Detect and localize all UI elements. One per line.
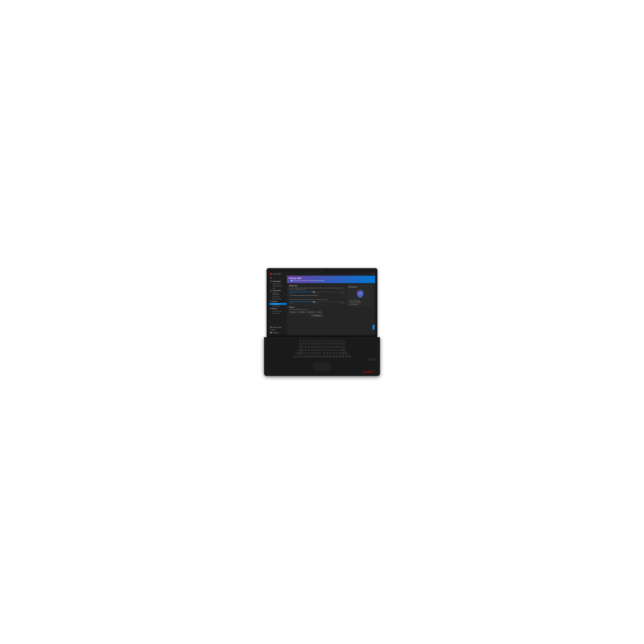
key-alt-left[interactable]: Alt xyxy=(303,355,306,358)
key-1[interactable]: 1 xyxy=(302,342,305,345)
key-0[interactable]: 0 xyxy=(331,342,334,345)
key-s[interactable]: S xyxy=(308,349,311,351)
key-f7[interactable]: F7 xyxy=(318,340,320,342)
touchpad[interactable] xyxy=(313,362,331,371)
sidebar-item-low-light[interactable]: Low-light Enhancer xyxy=(269,285,287,287)
sidebar-item-privacy-guard[interactable]: Privacy Guard xyxy=(269,305,287,307)
key-h[interactable]: H xyxy=(321,349,323,351)
key-d[interactable]: D xyxy=(311,349,314,351)
sidebar-item-eye-wellness[interactable]: Eye Wellness xyxy=(269,312,287,314)
key-right[interactable]: → xyxy=(374,358,377,361)
snooze-btn-30min[interactable]: 30 MINUTES xyxy=(307,311,315,313)
key-left[interactable]: ← xyxy=(367,358,370,361)
key-f2[interactable]: F2 xyxy=(305,340,307,342)
sidebar-item-auto-framing[interactable]: Auto Framing xyxy=(269,296,287,298)
key-f8[interactable]: F8 xyxy=(321,340,323,342)
sidebar-item-privacy-alert[interactable]: Privacy Alert xyxy=(269,303,286,305)
key-f12[interactable]: F12 xyxy=(332,340,334,342)
key-f5[interactable]: F5 xyxy=(313,340,315,342)
key-enter[interactable]: Enter xyxy=(340,349,346,351)
key-ctrl-left[interactable]: Ctrl xyxy=(296,355,299,358)
key-f[interactable]: F xyxy=(314,349,317,351)
key-f9[interactable]: F9 xyxy=(324,340,326,342)
key-ctrl-right[interactable]: Ctrl xyxy=(338,355,341,358)
key-o[interactable]: O xyxy=(330,345,332,348)
maximize-button[interactable]: □ xyxy=(370,273,371,275)
key-3[interactable]: 3 xyxy=(308,342,311,345)
key-alt-right[interactable]: Alt xyxy=(332,355,335,358)
key-tab[interactable]: Tab xyxy=(299,345,303,348)
sidebar-item-about[interactable]: ℹ About xyxy=(269,329,287,331)
key-p[interactable]: P xyxy=(333,345,336,348)
key-m[interactable]: M xyxy=(326,352,329,355)
privacy-alert-toggle[interactable] xyxy=(289,280,293,282)
key-a[interactable]: A xyxy=(304,349,307,351)
key-i[interactable]: I xyxy=(326,345,329,348)
key-period[interactable]: . xyxy=(333,352,335,355)
key-fn[interactable]: Fn xyxy=(293,355,296,358)
key-f10[interactable]: F10 xyxy=(326,340,329,342)
key-t[interactable]: T xyxy=(317,345,320,348)
key-capslock[interactable]: Caps xyxy=(298,349,304,351)
key-backtick[interactable]: ` xyxy=(299,342,302,345)
key-w[interactable]: W xyxy=(307,345,310,348)
key-5[interactable]: 5 xyxy=(315,342,318,345)
key-slash[interactable]: / xyxy=(336,352,339,355)
key-f1[interactable]: F1 xyxy=(302,340,304,342)
key-f11[interactable]: F11 xyxy=(329,340,331,342)
key-f6[interactable]: F6 xyxy=(315,340,318,342)
key-backspace[interactable]: ← xyxy=(341,342,345,345)
key-delete[interactable]: Del xyxy=(342,340,345,342)
key-j[interactable]: J xyxy=(324,349,327,351)
key-minus[interactable]: - xyxy=(334,342,337,345)
minimize-button[interactable]: – xyxy=(367,273,369,275)
key-comma[interactable]: , xyxy=(329,352,332,355)
key-l[interactable]: L xyxy=(330,349,333,351)
snooze-btn-15min[interactable]: 15 MINUTES xyxy=(298,311,306,313)
key-2[interactable]: 2 xyxy=(305,342,308,345)
key-win[interactable]: ⊞ xyxy=(299,355,302,358)
key-n[interactable]: N xyxy=(323,352,326,355)
key-9[interactable]: 9 xyxy=(328,342,331,345)
sidebar-item-posture-warning[interactable]: Posture Warning xyxy=(269,310,287,312)
key-f4[interactable]: F4 xyxy=(310,340,312,342)
key-7[interactable]: 7 xyxy=(321,342,324,345)
snooze-btn-5min[interactable]: 5 MINUTES xyxy=(289,311,297,313)
sidebar-item-battery-settings[interactable]: 🔋 Battery Settings xyxy=(269,326,287,329)
key-down[interactable]: ↓ xyxy=(371,358,373,361)
trackpad-left-btn[interactable] xyxy=(313,371,322,373)
trackpad-right-btn[interactable] xyxy=(322,371,331,373)
key-v[interactable]: V xyxy=(315,352,318,355)
key-shift-left[interactable]: Shift xyxy=(296,352,305,355)
sidebar-item-feedback[interactable]: 💬 Feedback xyxy=(269,331,287,334)
snooze-action-button[interactable]: SNOOZE xyxy=(311,314,323,317)
key-space[interactable] xyxy=(306,355,332,358)
key-6[interactable]: 6 xyxy=(318,342,321,345)
key-x[interactable]: X xyxy=(309,352,311,355)
key-pgup[interactable]: PgUp xyxy=(342,355,345,358)
key-prtsc[interactable]: PrtSc xyxy=(335,355,338,358)
key-e[interactable]: E xyxy=(310,345,313,348)
key-semicolon[interactable]: ; xyxy=(333,349,336,351)
key-g[interactable]: G xyxy=(317,349,320,351)
key-end[interactable]: End xyxy=(337,340,339,342)
key-backslash[interactable]: \ xyxy=(342,345,345,348)
after-onlooker-slider[interactable]: 1 second 5 seconds 10 seconds xyxy=(289,302,345,304)
display-time-slider[interactable]: 1 second 5 seconds 10 seconds xyxy=(289,292,345,294)
key-insert[interactable]: Ins xyxy=(340,340,342,342)
key-b-left[interactable]: B xyxy=(318,352,321,355)
key-f3[interactable]: F3 xyxy=(307,340,310,342)
key-pgdn[interactable]: PgDn xyxy=(348,355,351,358)
snooze-btn-1hr[interactable]: 1 HOUR xyxy=(316,311,322,313)
key-y[interactable]: Y xyxy=(320,345,323,348)
key-quote[interactable]: ' xyxy=(337,349,340,351)
hamburger-menu[interactable]: ☰ xyxy=(269,276,287,279)
key-u[interactable]: U xyxy=(323,345,326,348)
sidebar-item-video-enhancer[interactable]: Video Enhancer xyxy=(269,283,287,285)
key-q[interactable]: Q xyxy=(304,345,307,348)
key-z[interactable]: Z xyxy=(305,352,308,355)
trackpoint[interactable] xyxy=(321,352,323,353)
sidebar-item-hdr[interactable]: HDR xyxy=(269,287,287,289)
key-rbracket[interactable]: ] xyxy=(339,345,342,348)
sidebar-item-virtual-presenter[interactable]: Virtual Presenter xyxy=(269,298,287,300)
